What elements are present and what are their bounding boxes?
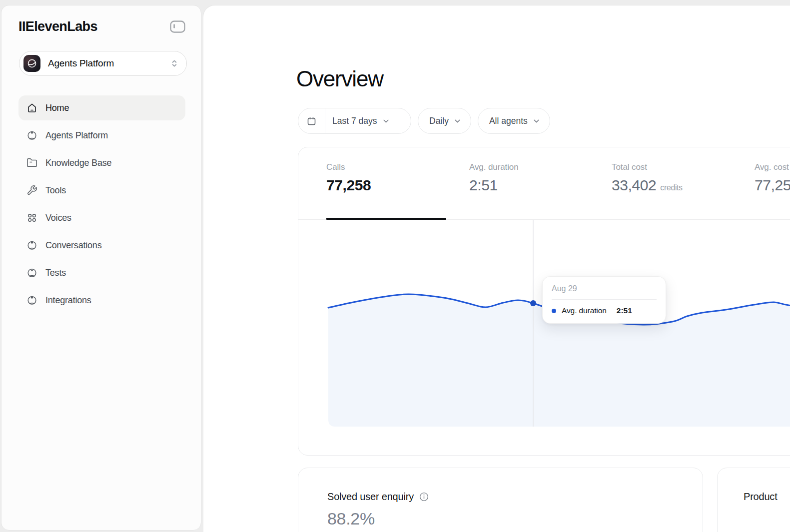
chevron-down-icon (453, 117, 462, 125)
sidebar-item-label: Home (45, 103, 69, 113)
workspace-label: Agents Platform (48, 58, 169, 69)
sidebar-item-voices[interactable]: Voices (18, 205, 185, 230)
tooltip-divider (552, 299, 657, 300)
agents-filter[interactable]: All agents (478, 108, 550, 134)
filters-row: Last 7 days Daily All agents (298, 108, 550, 134)
stats-tabs: Calls 77,258 Avg. duration 2:51 Total co… (298, 147, 790, 220)
sidebar-item-knowledge-base[interactable]: Knowledge Base (18, 150, 185, 175)
sidebar-item-label: Voices (45, 213, 71, 223)
hover-data-point (530, 300, 536, 306)
sidebar-item-tests[interactable]: Tests (18, 260, 185, 285)
folder-icon (26, 157, 37, 168)
agents-filter-label: All agents (489, 116, 528, 126)
calendar-icon (298, 108, 325, 133)
sidebar-item-integrations[interactable]: Integrations (18, 288, 185, 313)
home-icon (26, 102, 37, 113)
sidebar-item-conversations[interactable]: Conversations (18, 233, 185, 258)
sidebar-item-label: Agents Platform (45, 130, 108, 141)
agent-icon (26, 267, 37, 278)
kpi-value: 88.2% (327, 509, 703, 529)
credits-suffix: credits (660, 183, 682, 192)
sidebar: IIElevenLabs Agents Platform Home (1, 5, 201, 531)
area-chart[interactable] (298, 220, 790, 427)
agents-platform-logo-icon (23, 55, 40, 72)
info-icon[interactable] (419, 492, 429, 502)
agent-icon (26, 240, 37, 251)
series-dot-icon (552, 309, 556, 313)
chevron-down-icon (382, 117, 390, 125)
sidebar-nav: Home Agents Platform Knowledge Base Tool… (18, 95, 185, 313)
kpi-card-product: Product (717, 468, 790, 532)
sidebar-item-label: Tests (45, 268, 66, 278)
stat-tab-total-cost[interactable]: Total cost 33,402credits (612, 162, 683, 194)
page-title: Overview (296, 66, 383, 91)
sidebar-item-tools[interactable]: Tools (18, 178, 185, 203)
main-panel: Overview Last 7 days Daily All agents Ca… (203, 5, 790, 532)
stat-tab-calls[interactable]: Calls 77,258 (326, 162, 371, 194)
unfold-chevrons-icon (169, 58, 179, 68)
workspace-selector[interactable]: Agents Platform (19, 51, 187, 76)
elevenlabs-logo: IIElevenLabs (18, 19, 97, 34)
sidebar-item-label: Conversations (45, 240, 101, 251)
sidebar-item-label: Tools (45, 185, 66, 196)
active-tab-underline (326, 218, 446, 220)
granularity-filter[interactable]: Daily (418, 108, 471, 134)
sidebar-header: IIElevenLabs (18, 17, 185, 35)
kpi-title: Product (744, 491, 778, 503)
stat-tab-avg-duration[interactable]: Avg. duration 2:51 (469, 162, 519, 194)
wrench-icon (26, 185, 37, 196)
date-range-label: Last 7 days (332, 116, 377, 126)
agent-icon (26, 295, 37, 306)
sidebar-item-home[interactable]: Home (18, 95, 185, 120)
sidebar-collapse-icon[interactable] (170, 20, 185, 33)
tooltip-value: 2:51 (617, 306, 632, 315)
kpi-card-solved-enquiry: Solved user enquiry 88.2% (298, 468, 703, 532)
chart-tooltip: Aug 29 Avg. duration 2:51 (542, 276, 666, 324)
tooltip-date: Aug 29 (552, 284, 657, 293)
overview-chart-card: Calls 77,258 Avg. duration 2:51 Total co… (298, 147, 790, 456)
chevron-down-icon (532, 117, 541, 125)
date-range-filter[interactable]: Last 7 days (298, 108, 411, 134)
kpi-title: Solved user enquiry (327, 491, 414, 503)
agent-icon (26, 130, 37, 141)
tooltip-series: Avg. duration (562, 306, 607, 315)
stat-tab-avg-cost[interactable]: Avg. cost 77,25 (755, 162, 790, 194)
sidebar-item-agents-platform[interactable]: Agents Platform (18, 123, 185, 148)
sidebar-item-label: Integrations (45, 295, 91, 306)
granularity-label: Daily (429, 116, 449, 126)
voices-grid-icon (26, 212, 37, 223)
sidebar-item-label: Knowledge Base (45, 158, 111, 168)
